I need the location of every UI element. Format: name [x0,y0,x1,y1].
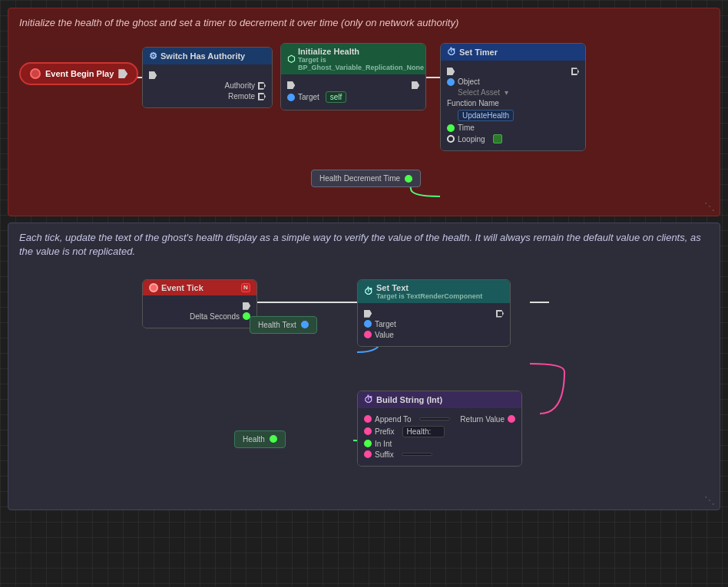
resize-handle-top[interactable]: ⋱ [704,200,715,213]
top-panel-description: Initialize the health of the ghost and s… [19,16,709,30]
switch-exec-in-row [149,71,266,79]
set-timer-body: Object Select Asset ▾ Function Name Upda… [441,61,585,150]
init-exec-in-row [287,81,419,89]
switch-authority-title: Switch Has Authority [160,51,245,61]
looping-row: Looping [447,134,579,143]
dropdown-arrow-icon[interactable]: ▾ [505,88,508,97]
remote-pin-row: Remote [149,92,266,101]
event-tick-body: Delta Seconds [143,295,256,328]
function-name-row: Function Name [447,99,579,107]
prefix-label: Prefix [375,427,395,436]
build-string-title: Build String (Int) [376,395,442,404]
init-health-subtitle: Target is BP_Ghost_Variable_Replication_… [298,56,424,71]
init-exec-in [287,81,295,89]
select-asset-label: Select Asset [458,88,500,97]
authority-exec-out [258,82,266,90]
build-string-node: ⏱ Build String (Int) Append To Return Va… [357,391,522,467]
delta-seconds-label: Delta Seconds [190,312,240,321]
in-int-pin [364,440,372,447]
looping-checkbox[interactable] [493,134,502,143]
set-text-icon: ⏱ [364,286,373,297]
build-string-body: Append To Return Value Prefix Health: In… [358,408,521,466]
init-health-header: ⬡ Initialize Health Target is BP_Ghost_V… [281,44,425,74]
health-decrement-time-node: Health Decrement Time [311,170,421,187]
top-panel: Initialize the health of the ghost and s… [8,8,720,216]
prefix-input[interactable]: Health: [402,426,445,437]
looping-pin [447,135,455,143]
update-health-row: UpdateHealth [447,110,579,121]
main-container: Initialize the health of the ghost and s… [0,0,728,518]
set-text-value-label: Value [375,331,394,339]
build-string-header: ⏱ Build String (Int) [358,391,521,408]
target-pin [287,94,295,101]
prefix-row: Prefix Health: [364,426,515,437]
update-health-badge: UpdateHealth [458,110,514,121]
top-blueprint-area: Event Begin Play ⚙ Switch Has Authority … [19,39,709,208]
suffix-label: Suffix [375,450,394,459]
set-timer-title: Set Timer [459,48,498,57]
set-text-value-row: Value [364,331,504,339]
remote-exec-out [258,93,266,101]
prefix-pin [364,427,372,435]
return-value-label: Return Value [460,415,505,424]
set-text-header: ⏱ Set Text Target is TextRenderComponent [358,280,510,303]
object-pin [447,78,455,86]
delta-seconds-row: Delta Seconds [149,312,250,321]
in-int-row: In Int [364,440,515,448]
init-health-node: ⬡ Initialize Health Target is BP_Ghost_V… [280,43,426,110]
timer-icon: ⏱ [447,47,456,58]
event-tick-icon [149,283,158,292]
health-text-node: Health Text [250,316,317,334]
set-text-subtitle: Target is TextRenderComponent [376,292,482,300]
switch-authority-node: ⚙ Switch Has Authority Authority Remote [142,47,273,108]
suffix-input[interactable] [402,453,432,456]
exec-out-pin [118,69,127,78]
set-timer-node: ⏱ Set Timer Object Select Asset [440,43,586,151]
looping-label: Looping [458,135,485,143]
switch-authority-header: ⚙ Switch Has Authority [143,48,272,64]
return-value-pin [508,415,515,423]
time-pin [447,124,455,132]
append-to-label: Append To [375,415,412,424]
health-text-out-pin [301,321,309,328]
event-icon [30,68,41,79]
event-tick-header: Event Tick N [143,280,256,295]
object-label: Object [458,77,480,86]
init-exec-out [412,81,419,89]
function-name-label: Function Name [447,99,499,107]
remote-label: Remote [228,92,255,101]
append-to-row: Append To Return Value [364,415,515,424]
set-text-value-pin [364,331,372,338]
set-text-exec-row [364,310,504,318]
timer-exec-out [571,68,579,75]
set-text-exec-in [364,310,372,318]
set-text-exec-out [496,310,504,318]
resize-handle-bottom[interactable]: ⋱ [704,494,715,506]
event-tick-title: Event Tick [161,283,204,292]
health-label: Health [243,435,265,444]
bottom-blueprint-area: Event Tick N Delta Seconds Health Text [19,272,709,502]
health-node: Health [234,430,286,448]
timer-exec-in [447,68,455,75]
event-begin-play-node: Event Begin Play [19,62,138,85]
set-timer-header: ⏱ Set Timer [441,44,585,61]
authority-pin-row: Authority [149,81,266,90]
init-target-row: Target self [287,91,419,103]
suffix-row: Suffix [364,450,515,459]
time-label: Time [458,124,475,132]
health-out-pin [270,435,277,443]
tick-exec-row [149,302,250,310]
build-string-icon: ⏱ [364,394,373,405]
event-tick-node: Event Tick N Delta Seconds [142,279,257,328]
event-begin-play-label: Event Begin Play [45,69,114,78]
append-to-input[interactable] [419,417,450,420]
switch-icon: ⚙ [149,51,157,61]
object-row: Object [447,77,579,86]
self-badge: self [326,91,347,103]
time-row: Time [447,124,579,132]
init-target-label: Target [298,93,319,101]
set-text-target-label: Target [375,320,396,328]
set-text-target-pin [364,320,372,328]
health-text-label: Health Text [258,321,296,329]
init-health-title: Initialize Health [298,47,424,56]
